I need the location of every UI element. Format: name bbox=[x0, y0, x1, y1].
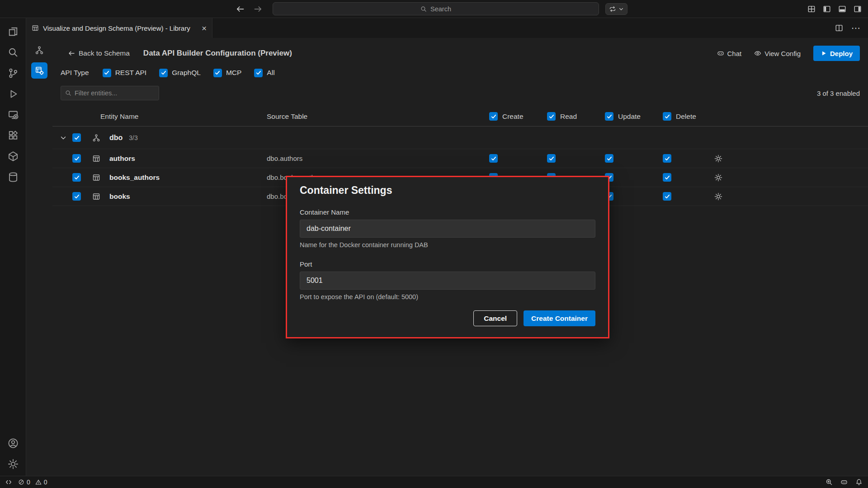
session-loop-button[interactable] bbox=[605, 3, 627, 15]
rail-schema-view-icon[interactable] bbox=[33, 43, 46, 57]
tab-close-icon[interactable]: × bbox=[202, 24, 207, 33]
title-bar-right bbox=[599, 3, 868, 15]
nav-back-button[interactable] bbox=[236, 5, 245, 14]
container-name-help: Name for the Docker container running DA… bbox=[300, 241, 595, 249]
delete-header: Delete bbox=[663, 112, 714, 121]
toggle-secondary-sidebar-icon[interactable] bbox=[854, 5, 862, 13]
create-container-button[interactable]: Create Container bbox=[524, 310, 595, 326]
row-checkbox[interactable] bbox=[72, 192, 81, 201]
copilot-chat-icon bbox=[717, 50, 724, 57]
update-all-checkbox[interactable] bbox=[605, 112, 613, 121]
copilot-status-icon[interactable] bbox=[840, 479, 848, 486]
entity-name: books_authors bbox=[109, 174, 267, 182]
layout-controls bbox=[807, 5, 862, 13]
create-checkbox[interactable] bbox=[489, 154, 498, 163]
back-to-schema-link[interactable]: Back to Schema bbox=[68, 49, 130, 57]
port-input[interactable] bbox=[300, 272, 595, 290]
toggle-primary-sidebar-icon[interactable] bbox=[823, 5, 831, 13]
activity-explorer-icon[interactable] bbox=[7, 25, 19, 38]
chevron-down-icon[interactable] bbox=[60, 134, 67, 141]
activity-settings-gear-icon[interactable] bbox=[7, 458, 19, 470]
eye-icon bbox=[754, 50, 761, 57]
activity-remote-explorer-icon[interactable] bbox=[7, 108, 19, 121]
remote-indicator[interactable] bbox=[5, 479, 12, 485]
chat-label: Chat bbox=[727, 50, 742, 57]
search-icon bbox=[420, 6, 427, 12]
api-type-graphql-checkbox[interactable]: GraphQL bbox=[159, 69, 201, 77]
nav-forward-button[interactable] bbox=[254, 5, 263, 14]
deploy-label: Deploy bbox=[830, 50, 853, 57]
delete-checkbox[interactable] bbox=[663, 154, 671, 163]
delete-all-checkbox[interactable] bbox=[663, 112, 671, 121]
source-table-header: Source Table bbox=[267, 113, 489, 121]
dialog-title: Container Settings bbox=[300, 184, 595, 197]
container-name-input[interactable] bbox=[300, 220, 595, 238]
status-bar: 0 0 bbox=[0, 476, 868, 488]
container-name-label: Container Name bbox=[300, 208, 595, 216]
activity-source-control-icon[interactable] bbox=[7, 67, 19, 80]
table-icon bbox=[92, 192, 100, 201]
api-type-rest-checkbox[interactable]: REST API bbox=[103, 69, 147, 77]
create-all-checkbox[interactable] bbox=[489, 112, 498, 121]
row-checkbox[interactable] bbox=[72, 173, 81, 182]
port-label: Port bbox=[300, 260, 595, 268]
mcp-label: MCP bbox=[226, 69, 241, 77]
delete-checkbox[interactable] bbox=[663, 173, 671, 182]
warnings-icon bbox=[35, 479, 42, 485]
toggle-panel-icon[interactable] bbox=[838, 5, 846, 13]
deploy-button[interactable]: Deploy bbox=[813, 46, 860, 61]
row-settings-gear-icon[interactable] bbox=[714, 155, 722, 163]
checkbox-checked[interactable] bbox=[159, 69, 168, 77]
read-all-checkbox[interactable] bbox=[547, 112, 556, 121]
checkbox-checked[interactable] bbox=[254, 69, 263, 77]
rail-dab-config-icon[interactable] bbox=[31, 62, 47, 79]
customize-layout-icon[interactable] bbox=[807, 5, 816, 13]
filter-entities-input[interactable] bbox=[75, 89, 155, 97]
table-icon bbox=[92, 155, 100, 163]
update-checkbox[interactable] bbox=[605, 154, 613, 163]
activity-accounts-icon[interactable] bbox=[7, 437, 19, 450]
view-config-button[interactable]: View Config bbox=[754, 50, 801, 57]
problems-indicator[interactable]: 0 0 bbox=[18, 479, 47, 486]
schema-icon bbox=[92, 134, 100, 142]
title-bar: Search bbox=[0, 0, 868, 18]
container-name-field: Container Name Name for the Docker conta… bbox=[300, 208, 595, 249]
chat-button[interactable]: Chat bbox=[717, 50, 742, 57]
activity-search-icon[interactable] bbox=[7, 46, 19, 59]
group-checkbox[interactable] bbox=[72, 133, 81, 142]
notifications-bell-icon[interactable] bbox=[855, 479, 863, 486]
errors-icon bbox=[18, 479, 24, 485]
port-help: Port to expose the API on (default: 5000… bbox=[300, 293, 595, 300]
zoom-icon[interactable] bbox=[826, 479, 833, 486]
warnings-count: 0 bbox=[44, 479, 47, 486]
api-type-mcp-checkbox[interactable]: MCP bbox=[213, 69, 241, 77]
api-type-row: API Type REST API GraphQL MCP All bbox=[61, 66, 860, 80]
container-settings-dialog: Container Settings Container Name Name f… bbox=[286, 176, 609, 338]
checkbox-checked[interactable] bbox=[103, 69, 111, 77]
read-checkbox[interactable] bbox=[547, 154, 556, 163]
enabled-summary: 3 of 3 enabled bbox=[817, 89, 860, 97]
row-settings-gear-icon[interactable] bbox=[714, 192, 722, 201]
schema-group-count: 3/3 bbox=[129, 134, 137, 141]
delete-checkbox[interactable] bbox=[663, 192, 671, 201]
page-title: Data API Builder Configuration (Preview) bbox=[143, 49, 292, 58]
filter-entities-field[interactable] bbox=[61, 86, 159, 100]
row-settings-gear-icon[interactable] bbox=[714, 174, 722, 182]
api-type-all-checkbox[interactable]: All bbox=[254, 69, 274, 77]
tab-visualize-design-schema[interactable]: Visualize and Design Schema (Preview) - … bbox=[26, 18, 212, 38]
activity-extensions-icon[interactable] bbox=[7, 129, 19, 142]
table-icon bbox=[92, 174, 100, 182]
entity-name-header: Entity Name bbox=[92, 113, 267, 121]
split-editor-icon[interactable] bbox=[835, 24, 843, 32]
search-box[interactable]: Search bbox=[273, 2, 599, 15]
activity-run-debug-icon[interactable] bbox=[7, 88, 19, 100]
dialog-buttons: Cancel Create Container bbox=[300, 310, 595, 326]
more-actions-icon[interactable]: ⋯ bbox=[851, 23, 861, 33]
remote-icon bbox=[5, 479, 12, 485]
cancel-button[interactable]: Cancel bbox=[473, 310, 517, 326]
row-checkbox[interactable] bbox=[72, 154, 81, 163]
checkbox-checked[interactable] bbox=[213, 69, 222, 77]
activity-sql-server-icon[interactable] bbox=[7, 171, 19, 183]
read-header: Read bbox=[547, 112, 605, 121]
activity-database-projects-icon[interactable] bbox=[7, 150, 19, 163]
